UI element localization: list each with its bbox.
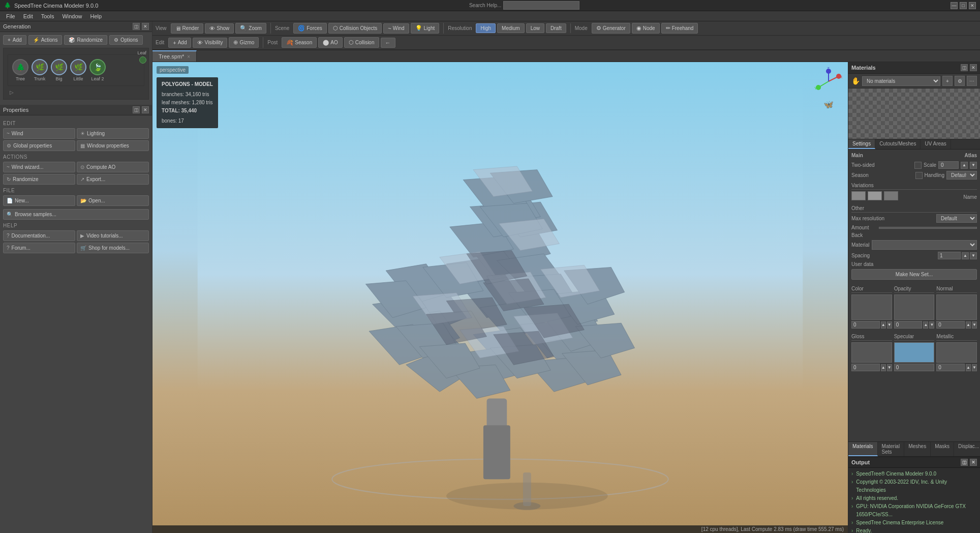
materials-close-btn[interactable]: ✕ <box>970 64 977 71</box>
spacing-input[interactable] <box>938 252 961 259</box>
color-swatch-2[interactable] <box>868 191 882 200</box>
lighting-button[interactable]: ☀ Lighting <box>77 128 149 139</box>
back-toolbar-button[interactable]: ← <box>381 38 395 48</box>
normal-spinner-down[interactable]: ▼ <box>972 321 977 329</box>
browse-samples-button[interactable]: 🔍 Browse samples... <box>3 209 149 220</box>
color-spinner-up[interactable]: ▲ <box>881 321 886 329</box>
documentation-button[interactable]: ? Documentation... <box>3 230 75 241</box>
viewport[interactable]: perspective POLYGONS - MODEL branches: 3… <box>152 62 848 533</box>
gloss-texture-slot[interactable] <box>851 342 892 363</box>
menu-edit[interactable]: Edit <box>19 11 37 21</box>
specular-input[interactable] <box>894 364 935 371</box>
show-button[interactable]: 👁 Show <box>205 23 234 34</box>
specular-texture-slot[interactable] <box>894 342 935 363</box>
compute-ao-button[interactable]: ⊙ Compute AO <box>77 162 149 172</box>
season-checkbox[interactable] <box>915 172 923 179</box>
bottom-tab-meshes[interactable]: Meshes <box>904 442 931 456</box>
metallic-spinner-down[interactable]: ▼ <box>972 364 977 371</box>
light-button[interactable]: 💡 Light <box>411 23 440 34</box>
amount-slider[interactable] <box>879 227 977 229</box>
mat-more-btn[interactable]: ⋯ <box>967 76 977 86</box>
minimize-button[interactable]: — <box>951 2 958 9</box>
ao-button[interactable]: ⬤ AO <box>318 37 342 48</box>
menu-tools[interactable]: Tools <box>37 11 58 21</box>
gloss-input[interactable] <box>851 364 880 371</box>
gloss-spinner-up[interactable]: ▲ <box>881 364 886 371</box>
opacity-spinner-down[interactable]: ▼ <box>929 321 934 329</box>
two-sided-checkbox[interactable] <box>914 162 922 169</box>
max-resolution-select[interactable]: Default <box>936 214 977 223</box>
tree-node-tree[interactable]: 🌲 Tree <box>12 59 28 81</box>
tree-node-trunk[interactable]: 🌿 Trunk <box>32 59 48 81</box>
handling-select[interactable]: Default <box>946 171 977 180</box>
settings-tab-uv[interactable]: UV Areas <box>921 139 951 149</box>
tree-tab[interactable]: Tree.spm* × <box>152 50 197 62</box>
bottom-tab-material-sets[interactable]: Material Sets <box>878 442 905 456</box>
scale-input[interactable] <box>938 161 959 169</box>
node-button[interactable]: ◉ Node <box>632 23 660 34</box>
video-tutorials-button[interactable]: ▶ Video tutorials... <box>77 230 149 241</box>
spacing-spinner-down[interactable]: ▼ <box>970 252 977 259</box>
opacity-texture-slot[interactable] <box>894 294 935 320</box>
make-new-set-button[interactable]: Make New Set... <box>851 269 977 280</box>
opacity-value-input[interactable] <box>894 321 923 329</box>
properties-pin-btn[interactable]: ◫ <box>133 106 140 113</box>
randomize-button[interactable]: 🎲 Randomize <box>64 35 107 45</box>
draft-button[interactable]: Draft <box>546 23 566 33</box>
metallic-texture-slot[interactable] <box>936 342 977 363</box>
new-button[interactable]: 📄 New... <box>3 195 75 206</box>
tree-node-leaf2[interactable]: 🍃 Leaf 2 <box>89 59 106 81</box>
output-close-btn[interactable]: ✕ <box>970 459 977 466</box>
materials-pin-btn[interactable]: ◫ <box>961 64 968 71</box>
export-button[interactable]: ↗ Export... <box>77 174 149 185</box>
search-input[interactable] <box>503 1 579 10</box>
color-swatch-1[interactable] <box>851 191 866 200</box>
settings-tab-cutouts[interactable]: Cutouts/Meshes <box>875 139 921 149</box>
maximize-button[interactable]: □ <box>960 2 967 9</box>
material-select[interactable] <box>872 240 977 250</box>
add-toolbar-button[interactable]: + Add <box>168 38 191 48</box>
window-properties-button[interactable]: ▦ Window properties <box>77 140 149 151</box>
menu-window[interactable]: Window <box>58 11 86 21</box>
color-value-input[interactable] <box>851 321 880 329</box>
collision-objects-button[interactable]: ⬡ Collision Objects <box>328 23 382 34</box>
scale-spinner-up[interactable]: ▲ <box>961 162 968 169</box>
normal-texture-slot[interactable] <box>936 294 977 320</box>
normal-value-input[interactable] <box>936 321 965 329</box>
normal-spinner-up[interactable]: ▲ <box>966 321 971 329</box>
tree-node-little[interactable]: 🌿 Little <box>70 59 86 81</box>
generation-close-btn[interactable]: ✕ <box>142 23 149 30</box>
gizmo-button[interactable]: ⊕ Gizmo <box>229 37 259 48</box>
freehand-button[interactable]: ✏ Freehand <box>661 23 698 34</box>
mat-settings-btn[interactable]: ⚙ <box>955 76 965 86</box>
high-button[interactable]: High <box>476 23 496 33</box>
generation-pin-btn[interactable]: ◫ <box>133 23 140 30</box>
menu-file[interactable]: File <box>2 11 19 21</box>
opacity-spinner-up[interactable]: ▲ <box>923 321 928 329</box>
options-button[interactable]: ⚙ Options <box>109 35 142 45</box>
color-texture-slot[interactable] <box>851 294 892 320</box>
add-button[interactable]: + Add <box>3 35 26 45</box>
tree-tab-close[interactable]: × <box>187 54 190 60</box>
open-button[interactable]: 📂 Open... <box>77 195 149 206</box>
bottom-tab-displac[interactable]: Displac... <box>954 442 980 456</box>
zoom-button[interactable]: 🔍 Zoom <box>235 23 266 34</box>
render-button[interactable]: 🖥 Render <box>171 23 204 34</box>
visibility-button[interactable]: 👁 Visibility <box>193 38 227 48</box>
tree-node-big[interactable]: 🌿 Big <box>51 59 67 81</box>
global-properties-button[interactable]: ⚙ Global properties <box>3 140 75 151</box>
properties-close-btn[interactable]: ✕ <box>142 106 149 113</box>
metallic-input[interactable] <box>936 364 965 371</box>
forces-button[interactable]: 🌀 Forces <box>293 23 327 34</box>
collision-button[interactable]: ⬡ Collision <box>344 37 379 48</box>
low-button[interactable]: Low <box>526 23 544 33</box>
close-button[interactable]: ✕ <box>969 2 976 9</box>
actions-button[interactable]: ⚡ Actions <box>28 35 63 45</box>
wind-button[interactable]: ~ Wind <box>3 128 75 139</box>
output-pin-btn[interactable]: ◫ <box>961 459 968 466</box>
materials-dropdown[interactable]: No materials <box>862 76 940 86</box>
generator-button[interactable]: ⚙ Generator <box>592 23 630 34</box>
menu-help[interactable]: Help <box>86 11 106 21</box>
bottom-tab-masks[interactable]: Masks <box>931 442 954 456</box>
metallic-spinner-up[interactable]: ▲ <box>966 364 971 371</box>
